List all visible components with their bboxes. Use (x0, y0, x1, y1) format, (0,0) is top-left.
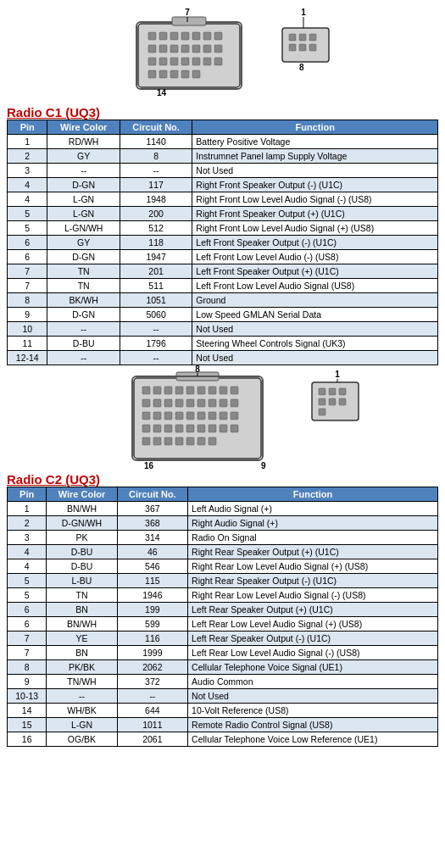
svg-rect-77 (209, 425, 216, 432)
svg-rect-81 (153, 437, 161, 445)
svg-rect-61 (231, 399, 238, 407)
svg-rect-83 (175, 437, 183, 445)
svg-rect-68 (209, 412, 216, 420)
svg-rect-64 (164, 412, 172, 420)
c1-connector-section: 7 1 14 8 Radio C1 (UQ3) Pin Wire Color C… (7, 7, 438, 365)
svg-rect-5 (192, 32, 200, 40)
svg-rect-35 (309, 44, 316, 51)
c2-header-wire: Wire Color (47, 487, 117, 502)
table-row: 5L-GN200Right Front Speaker Output (+) (… (8, 207, 438, 221)
table-row: 1BN/WH367Left Audio Signal (+) (8, 502, 438, 516)
c1-header-function: Function (192, 120, 438, 135)
svg-rect-52 (231, 387, 238, 394)
table-row: 15L-GN1011Remote Radio Control Signal (U… (8, 718, 438, 732)
table-row: 4D-GN117Right Front Speaker Output (-) (… (8, 178, 438, 192)
table-row: 5TN1946Right Rear Low Level Audio Signal… (8, 588, 438, 603)
table-row: 6D-GN1947Left Front Low Level Audio (-) … (8, 250, 438, 264)
c2-header-circuit: Circuit No. (117, 487, 187, 502)
c1-header-pin: Pin (8, 120, 47, 135)
svg-rect-19 (192, 58, 200, 65)
c2-header-pin: Pin (8, 487, 47, 502)
svg-rect-74 (175, 425, 183, 432)
svg-rect-44 (142, 387, 150, 394)
c2-table: Pin Wire Color Circuit No. Function 1BN/… (7, 487, 438, 747)
svg-rect-14 (214, 45, 222, 53)
svg-rect-54 (153, 399, 161, 407)
svg-rect-22 (148, 70, 156, 78)
svg-rect-51 (220, 387, 227, 394)
svg-rect-49 (197, 387, 205, 394)
table-row: 16OG/BK2061Cellular Telephone Voice Low … (8, 732, 438, 747)
svg-rect-84 (186, 437, 194, 445)
table-row: 5L-GN/WH512Right Front Low Level Audio S… (8, 221, 438, 236)
svg-rect-79 (231, 425, 238, 432)
c2-connector-section: 8 1 16 9 Radio C2 (UQ3) Pin Wire Color C… (7, 374, 438, 747)
c1-header-wire: Wire Color (47, 120, 120, 135)
svg-rect-4 (181, 32, 189, 40)
svg-text:8: 8 (195, 365, 200, 374)
svg-rect-69 (220, 412, 227, 420)
svg-rect-45 (153, 387, 161, 394)
svg-rect-63 (153, 412, 161, 420)
table-row: 2D-GN/WH368Right Audio Signal (+) (8, 516, 438, 531)
svg-text:9: 9 (261, 461, 266, 470)
svg-rect-92 (319, 398, 325, 405)
table-row: 10-13----Not Used (8, 689, 438, 704)
svg-rect-6 (203, 32, 211, 40)
svg-rect-10 (170, 45, 178, 53)
svg-rect-60 (220, 399, 227, 407)
table-row: 1RD/WH1140Battery Positive Voltage (8, 135, 438, 149)
c2-connector-image: 8 1 16 9 (7, 374, 438, 467)
svg-rect-25 (181, 70, 189, 78)
svg-rect-32 (309, 34, 316, 41)
svg-rect-1 (148, 32, 156, 40)
c1-diagram-svg: 7 1 14 8 (96, 7, 350, 100)
c1-title: Radio C1 (UQ3) (7, 105, 438, 120)
svg-rect-20 (203, 58, 211, 65)
table-row: 9TN/WH372Audio Common (8, 675, 438, 689)
table-row: 3----Not Used (8, 164, 438, 178)
c2-diagram-svg: 8 1 16 9 (66, 365, 380, 476)
svg-rect-30 (289, 34, 296, 41)
table-row: 4D-BU546Right Rear Low Level Audio Signa… (8, 559, 438, 574)
table-row: 7TN201Left Front Speaker Output (+) (U1C… (8, 264, 438, 279)
svg-rect-28 (172, 17, 206, 25)
table-row: 12-14----Not Used (8, 351, 438, 365)
table-row: 7BN1999Left Rear Low Level Audio Signal … (8, 646, 438, 660)
svg-rect-15 (148, 58, 156, 65)
svg-rect-58 (197, 399, 205, 407)
svg-rect-50 (209, 387, 216, 394)
svg-rect-78 (220, 425, 227, 432)
table-row: 4D-BU46Right Rear Speaker Output (+) (U1… (8, 545, 438, 559)
svg-rect-9 (159, 45, 167, 53)
svg-rect-75 (186, 425, 194, 432)
svg-rect-34 (299, 44, 306, 51)
svg-rect-21 (214, 58, 222, 65)
svg-rect-93 (329, 398, 336, 405)
svg-rect-76 (197, 425, 205, 432)
svg-rect-31 (299, 34, 306, 41)
svg-rect-71 (142, 425, 150, 432)
svg-rect-59 (209, 399, 216, 407)
table-row: 9D-GN5060Low Speed GMLAN Serial Data (8, 308, 438, 322)
svg-rect-90 (329, 388, 336, 395)
svg-rect-91 (339, 388, 346, 395)
svg-rect-55 (164, 399, 172, 407)
svg-rect-66 (186, 412, 194, 420)
table-row: 10----Not Used (8, 322, 438, 337)
table-row: 6BN199Left Rear Speaker Output (+) (U1C) (8, 603, 438, 617)
svg-text:1: 1 (335, 370, 340, 379)
svg-text:8: 8 (299, 63, 304, 72)
table-row: 7TN511Left Front Low Level Audio Signal … (8, 279, 438, 293)
svg-text:1: 1 (301, 8, 306, 17)
svg-rect-57 (186, 399, 194, 407)
table-row: 6BN/WH599Left Rear Low Level Audio Signa… (8, 617, 438, 632)
c1-table: Pin Wire Color Circuit No. Function 1RD/… (7, 120, 438, 365)
svg-rect-65 (175, 412, 183, 420)
svg-rect-72 (153, 425, 161, 432)
svg-rect-23 (159, 70, 167, 78)
table-row: 8BK/WH1051Ground (8, 293, 438, 308)
svg-rect-3 (170, 32, 178, 40)
svg-rect-2 (159, 32, 167, 40)
svg-rect-16 (159, 58, 167, 65)
